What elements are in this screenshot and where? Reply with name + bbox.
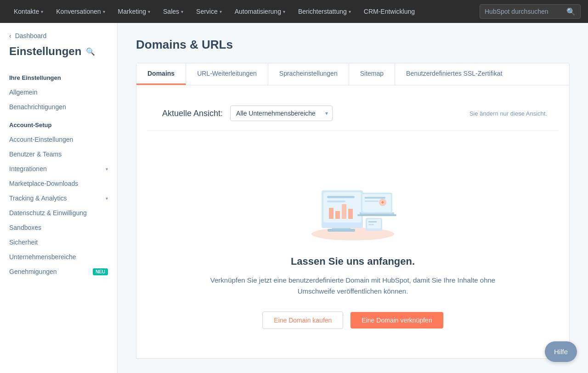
search-bar: 🔍 xyxy=(480,4,581,19)
action-buttons: Eine Domain kaufen Eine Domain verknüpfe… xyxy=(262,312,443,329)
tab-url-weiterleitungen[interactable]: URL-Weiterleitungen xyxy=(186,63,268,85)
sidebar-back-button[interactable]: ‹ Dashboard xyxy=(0,23,117,39)
nav-sales[interactable]: Sales ▾ xyxy=(157,0,190,23)
search-icon[interactable]: 🔍 xyxy=(86,47,95,56)
sidebar-item-datenschutz[interactable]: Datenschutz & Einwilligung xyxy=(0,206,117,220)
chevron-down-icon: ▾ xyxy=(349,9,351,14)
sidebar-item-account-einstellungen[interactable]: Account-Einstellungen xyxy=(0,132,117,147)
sidebar-item-integrationen[interactable]: Integrationen ▾ xyxy=(0,161,117,176)
empty-state-subtitle: Verknüpfen Sie jetzt eine benutzerdefini… xyxy=(192,275,514,297)
filter-row: Aktuelle Ansicht: Alle Unternehmensberei… xyxy=(147,96,558,131)
nav-berichterstattung[interactable]: Berichterstattung ▾ xyxy=(292,0,357,23)
sidebar-item-unternehmensbereiche[interactable]: Unternehmensbereiche xyxy=(0,250,117,264)
nav-kontakte[interactable]: Kontakte ▾ xyxy=(7,0,50,23)
svg-rect-2 xyxy=(328,229,355,232)
svg-rect-6 xyxy=(327,200,345,202)
chevron-down-icon: ▾ xyxy=(41,9,43,14)
empty-illustration xyxy=(302,158,403,241)
page-wrapper: ‹ Dashboard Einstellungen 🔍 Ihre Einstel… xyxy=(0,23,588,373)
nav-konversationen[interactable]: Konversationen ▾ xyxy=(50,0,111,23)
nav-marketing[interactable]: Marketing ▾ xyxy=(112,0,157,23)
top-navigation: Kontakte ▾ Konversationen ▾ Marketing ▾ … xyxy=(0,0,588,23)
svg-rect-8 xyxy=(335,211,340,219)
chevron-down-icon: ▾ xyxy=(220,9,222,14)
tabs-bar: Domains URL-Weiterleitungen Spracheinste… xyxy=(136,63,570,85)
sidebar-section-account: Account-Setup xyxy=(0,114,117,132)
hilfe-button[interactable]: Hilfe xyxy=(545,341,577,362)
tab-sitemap[interactable]: Sitemap xyxy=(349,63,395,85)
tab-ssl-zertifikat[interactable]: Benutzerdefiniertes SSL-Zertifikat xyxy=(395,63,513,85)
content-card: Aktuelle Ansicht: Alle Unternehmensberei… xyxy=(136,85,570,359)
nav-automatisierung[interactable]: Automatisierung ▾ xyxy=(228,0,292,23)
sidebar-item-marketplace-downloads[interactable]: Marketplace-Downloads xyxy=(0,176,117,191)
sidebar-item-benachrichtigungen[interactable]: Benachrichtigungen xyxy=(0,100,117,114)
tab-domains[interactable]: Domains xyxy=(136,63,186,85)
sidebar-item-genehmigungen[interactable]: Genehmigungen NEU xyxy=(0,264,117,279)
nav-service[interactable]: Service ▾ xyxy=(190,0,228,23)
nav-items: Kontakte ▾ Konversationen ▾ Marketing ▾ … xyxy=(7,0,480,23)
buy-domain-button[interactable]: Eine Domain kaufen xyxy=(262,312,343,329)
svg-rect-12 xyxy=(357,214,396,216)
svg-rect-15 xyxy=(365,197,385,199)
sidebar-item-sandboxes[interactable]: Sandboxes xyxy=(0,220,117,235)
search-input[interactable] xyxy=(485,8,563,15)
filter-left: Aktuelle Ansicht: Alle Unternehmensberei… xyxy=(158,106,333,121)
svg-rect-10 xyxy=(348,209,353,219)
sidebar-item-tracking-analytics[interactable]: Tracking & Analytics ▾ xyxy=(0,191,117,206)
nav-crm-entwicklung[interactable]: CRM-Entwicklung xyxy=(357,0,421,23)
sidebar-item-sicherheit[interactable]: Sicherheit xyxy=(0,235,117,250)
chevron-left-icon: ‹ xyxy=(9,32,11,39)
sidebar: ‹ Dashboard Einstellungen 🔍 Ihre Einstel… xyxy=(0,23,118,373)
sidebar-item-benutzer-teams[interactable]: Benutzer & Teams xyxy=(0,147,117,161)
chevron-down-icon: ▾ xyxy=(103,9,105,14)
sidebar-title: Einstellungen 🔍 xyxy=(0,39,117,67)
expand-optionen[interactable]: › Erweiterte Optionen xyxy=(136,366,570,373)
svg-rect-9 xyxy=(342,204,346,219)
svg-rect-14 xyxy=(362,194,391,212)
page-title: Domains & URLs xyxy=(136,38,570,52)
sidebar-item-allgemein[interactable]: Allgemein xyxy=(0,85,117,100)
svg-rect-22 xyxy=(368,221,377,223)
empty-state: Lassen Sie uns anfangen. Verknüpfen Sie … xyxy=(147,131,558,347)
chevron-down-icon: ▾ xyxy=(106,167,108,172)
empty-state-title: Lassen Sie uns anfangen. xyxy=(291,256,415,267)
filter-select-wrapper: Alle Unternehmensbereiche ▾ xyxy=(230,106,333,121)
filter-label: Aktuelle Ansicht: xyxy=(158,109,223,118)
svg-rect-23 xyxy=(368,224,374,225)
chevron-down-icon: ▾ xyxy=(106,196,108,201)
tab-spracheinstellungen[interactable]: Spracheinstellungen xyxy=(268,63,349,85)
sidebar-section-ihre: Ihre Einstellungen xyxy=(0,67,117,85)
svg-rect-7 xyxy=(329,208,334,219)
search-icon[interactable]: 🔍 xyxy=(566,7,576,16)
connect-domain-button[interactable]: Eine Domain verknüpfen xyxy=(351,312,443,328)
chevron-down-icon: ▾ xyxy=(283,9,285,14)
chevron-down-icon: ▾ xyxy=(148,9,150,14)
svg-rect-5 xyxy=(327,196,355,198)
chevron-down-icon: ▾ xyxy=(181,9,183,14)
badge-new: NEU xyxy=(93,268,108,275)
svg-rect-16 xyxy=(365,200,379,202)
filter-note: Sie ändern nur diese Ansicht. xyxy=(469,110,547,117)
filter-select[interactable]: Alle Unternehmensbereiche xyxy=(230,106,333,121)
main-content: Domains & URLs Domains URL-Weiterleitung… xyxy=(118,23,588,373)
